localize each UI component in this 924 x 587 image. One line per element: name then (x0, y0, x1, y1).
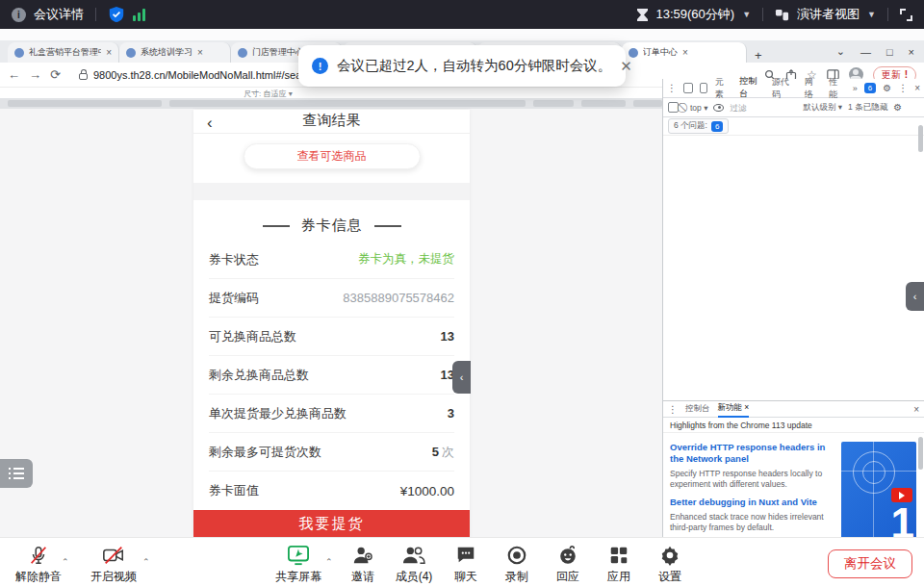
toast-close-icon[interactable]: ✕ (620, 58, 632, 75)
video-options-chevron[interactable]: ⌃ (142, 557, 150, 567)
pickup-cta-button[interactable]: 我要提货 (193, 510, 470, 537)
new-tab-button[interactable]: + (755, 48, 762, 63)
whatsnew-article-text: Specify HTTP response headers locally to… (670, 469, 834, 490)
kebab-menu-icon[interactable]: ⋮ (898, 83, 908, 93)
bookmark-item[interactable] (633, 100, 662, 107)
info-label: 可兑换商品总数 (209, 328, 296, 345)
view-products-button[interactable]: 查看可选商品 (244, 143, 421, 169)
settings-button[interactable]: 设置 (639, 544, 701, 585)
back-chevron-icon[interactable]: ‹ (207, 114, 213, 133)
kebab-menu-icon[interactable]: ⋮ (668, 404, 678, 415)
reload-icon[interactable]: ⟳ (50, 67, 61, 82)
whatsnew-article-title[interactable]: Better debugging in Nuxt and Vite (670, 497, 834, 508)
mute-options-chevron[interactable]: ⌃ (62, 557, 69, 567)
drawer-close-icon[interactable]: × (913, 404, 919, 415)
leave-meeting-button[interactable]: 离开会议 (828, 549, 912, 578)
tab-performance[interactable]: 性能 (828, 73, 846, 104)
collapse-handle-icon[interactable]: ‹ (452, 361, 471, 394)
back-icon[interactable]: ← (8, 67, 20, 82)
devtools-tabbar: ⋮ 元素 控制台 源代码 网络 性能 » 6 ⚙ ⋮ × (663, 79, 924, 98)
tab-sources[interactable]: 源代码 (771, 73, 797, 104)
whatsnew-article-title[interactable]: Override HTTP response headers in the Ne… (670, 442, 834, 465)
section-title: 券卡信息 (209, 200, 454, 241)
drawer-tab-console[interactable]: 控制台 (685, 403, 710, 415)
mute-button[interactable]: 解除静音 ⌃ (8, 544, 69, 585)
status-value: 券卡为真，未提货 (358, 251, 454, 268)
inspect-icon[interactable] (683, 83, 693, 93)
hidden-messages-label: 1 条已隐藏 (848, 102, 887, 114)
more-tabs-icon[interactable]: » (853, 84, 858, 93)
info-row-times: 剩余最多可提货次数 5次 (209, 433, 454, 472)
meeting-list-chip[interactable] (0, 459, 33, 488)
forward-icon[interactable]: → (29, 67, 41, 82)
window-close-icon[interactable]: × (909, 46, 914, 58)
favicon (238, 48, 247, 58)
browser-tab-active[interactable]: 订单中心 × (622, 42, 747, 63)
view-mode-label[interactable]: 演讲者视图 (797, 6, 860, 23)
tab-console[interactable]: 控制台 (738, 72, 764, 105)
meeting-details-label[interactable]: 会议详情 (34, 6, 84, 23)
invite-label: 邀请 (351, 569, 374, 585)
apps-label: 应用 (607, 569, 630, 585)
tab-close-icon[interactable]: × (106, 47, 112, 58)
divider (887, 8, 888, 21)
whatsnew-article-text: Enhanced stack trace now hides irrelevan… (670, 512, 834, 533)
devtools-close-icon[interactable]: × (914, 83, 920, 93)
list-icon (9, 468, 24, 479)
bookmark-item[interactable] (533, 100, 574, 107)
video-button[interactable]: 开启视频 ⌃ (83, 544, 144, 585)
info-label: 剩余最多可提货次数 (209, 444, 321, 461)
share-screen-button[interactable]: 共享屏幕 ⌃ (268, 544, 329, 585)
meeting-info-icon[interactable]: i (12, 8, 26, 22)
tab-label: 礼盒营销平台管理中心 (29, 46, 101, 59)
issues-count-badge: 6 (711, 121, 723, 132)
context-selector[interactable]: top ▾ (690, 103, 707, 113)
fullscreen-icon[interactable] (900, 9, 912, 21)
times-suffix: 次 (442, 445, 454, 459)
tab-close-icon[interactable]: × (682, 47, 688, 58)
devtools-scrollbar[interactable] (917, 123, 923, 181)
tab-search-icon[interactable]: ⌄ (836, 45, 845, 58)
issues-badge[interactable]: 6 (864, 83, 876, 93)
info-row-value: 券卡面值 ¥1000.00 (209, 472, 454, 510)
log-levels-selector[interactable]: 默认级别 ▾ (803, 102, 842, 114)
tab-label: 订单中心 (643, 46, 678, 59)
maximize-icon[interactable]: □ (886, 46, 893, 58)
tab-network[interactable]: 网络 (804, 73, 822, 104)
view-caret-icon[interactable]: ▼ (867, 10, 876, 19)
video-label: 开启视频 (90, 569, 137, 585)
settings-gear-icon[interactable]: ⚙ (883, 83, 891, 93)
settings-label: 设置 (658, 569, 681, 585)
info-label: 券卡状态 (209, 251, 259, 268)
minimize-icon[interactable]: — (860, 46, 871, 58)
thumb-decoration (862, 461, 886, 484)
tab-close-icon[interactable]: × (197, 47, 203, 58)
bookmark-item[interactable] (169, 100, 526, 107)
card-info-section: 券卡信息 券卡状态 券卡为真，未提货 提货编码 8385889075578462… (193, 200, 470, 510)
encryption-shield-icon[interactable] (108, 6, 125, 23)
toast-message: 会议已超过2人，自动转为60分钟限时会议。 (337, 57, 611, 75)
drawer-scrollbar[interactable] (917, 433, 923, 537)
live-expression-eye-icon[interactable] (713, 104, 724, 112)
tab-elements[interactable]: 元素 (714, 73, 732, 104)
panel-collapse-handle-icon[interactable]: ‹ (906, 282, 924, 311)
bookmark-item[interactable] (581, 100, 626, 107)
browser-tab[interactable]: 礼盒营销平台管理中心 × (8, 42, 119, 63)
console-filter-input[interactable] (730, 103, 797, 113)
device-toggle-icon[interactable] (700, 83, 707, 93)
network-signal-icon[interactable] (133, 8, 145, 21)
mobile-header: ‹ 查询结果 (193, 110, 470, 134)
timer-caret-icon[interactable]: ▼ (742, 10, 751, 19)
bookmark-item[interactable] (8, 100, 162, 107)
kebab-menu-icon[interactable]: ⋮ (667, 83, 677, 93)
browser-tab[interactable]: 系统培训学习 × (119, 42, 231, 63)
drawer-tab-whatsnew[interactable]: 新功能 × (718, 400, 750, 418)
shared-screen: 礼盒营销平台管理中心 × 系统培训学习 × 门店管理中心 × 预警监控中心 × … (0, 29, 924, 537)
info-row-status: 券卡状态 券卡为真，未提货 (209, 241, 454, 279)
mute-label: 解除静音 (15, 569, 62, 585)
console-sidebar-icon[interactable] (668, 102, 679, 113)
devtools-drawer: ⋮ 控制台 新功能 × × Highlights from the Chrome… (663, 400, 924, 537)
console-settings-gear-icon[interactable]: ⚙ (893, 102, 902, 113)
whatsnew-video-thumbnail[interactable]: 1 (841, 442, 916, 537)
issues-chip[interactable]: 6 个问题: 6 (668, 118, 729, 134)
